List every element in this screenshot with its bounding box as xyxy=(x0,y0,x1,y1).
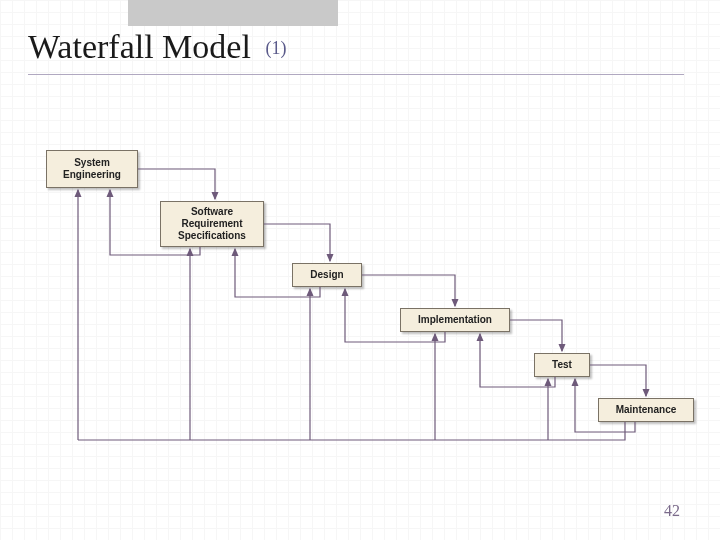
header-shadow xyxy=(128,0,338,26)
stage-label: SystemEngineering xyxy=(63,157,121,181)
title-main: Waterfall Model xyxy=(28,28,251,65)
stage-design: Design xyxy=(292,263,362,287)
page-number: 42 xyxy=(664,502,680,520)
slide-title: Waterfall Model (1) xyxy=(28,28,286,66)
title-sub: (1) xyxy=(265,38,286,58)
stage-label: Maintenance xyxy=(616,404,677,416)
stage-test: Test xyxy=(534,353,590,377)
stage-label: Implementation xyxy=(418,314,492,326)
stage-label: Design xyxy=(310,269,343,281)
title-underline xyxy=(28,74,684,75)
stage-label: Test xyxy=(552,359,572,371)
stage-maintenance: Maintenance xyxy=(598,398,694,422)
stage-srs: SoftwareRequirementSpecifications xyxy=(160,201,264,247)
stage-system-engineering: SystemEngineering xyxy=(46,150,138,188)
stage-label: SoftwareRequirementSpecifications xyxy=(178,206,246,242)
stage-implementation: Implementation xyxy=(400,308,510,332)
